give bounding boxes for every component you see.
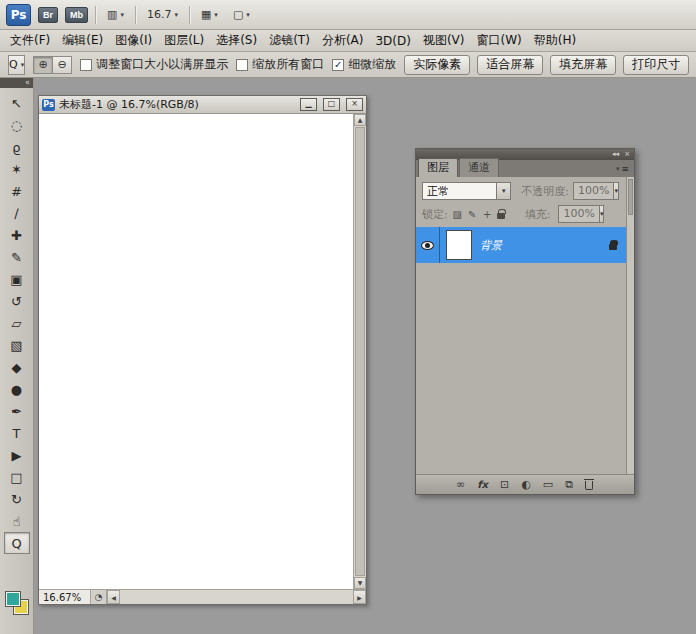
zoom-in-button[interactable]: ⊕: [33, 56, 53, 74]
tool-type[interactable]: T: [4, 422, 30, 444]
panel-scrollbar[interactable]: [626, 177, 634, 474]
tool-zoom[interactable]: Q: [4, 532, 30, 554]
screen-mode-dropdown[interactable]: ▢ ▾: [229, 6, 254, 23]
opacity-dropdown[interactable]: 100% ▾: [573, 182, 619, 200]
tool-clone-stamp[interactable]: ▣: [4, 268, 30, 290]
document-icon: Ps: [42, 99, 55, 111]
tool-gradient[interactable]: ▧: [4, 334, 30, 356]
layer-mask-icon[interactable]: ⊡: [500, 475, 509, 495]
fit-screen-button[interactable]: 适合屏幕: [477, 55, 543, 75]
application-bar: Ps Br Mb ▥ ▾ 16.7 ▾ ▦ ▾ ▢ ▾: [0, 0, 696, 30]
menu-3d[interactable]: 3D(D): [369, 31, 416, 51]
lock-transparency-icon[interactable]: ▨: [452, 209, 463, 220]
vertical-scrollbar[interactable]: ▲ ▼: [353, 114, 366, 589]
scroll-up-icon[interactable]: ▲: [354, 114, 366, 126]
menu-help[interactable]: 帮助(H): [528, 29, 582, 52]
zoom-level-dropdown[interactable]: 16.7 ▾: [143, 6, 182, 23]
tool-preset-picker[interactable]: Q ▾: [8, 55, 25, 75]
arrange-documents-dropdown[interactable]: ▦ ▾: [197, 6, 222, 23]
zoom-percentage-field[interactable]: 16.67%: [39, 590, 91, 604]
layer-visibility-toggle[interactable]: [416, 227, 440, 263]
fill-label: 填充:: [525, 207, 551, 222]
eye-icon: [421, 241, 434, 250]
tool-eraser[interactable]: ▱: [4, 312, 30, 334]
tab-channels[interactable]: 通道: [459, 158, 499, 177]
tool-pen[interactable]: ✒: [4, 400, 30, 422]
menu-layer[interactable]: 图层(L): [158, 29, 210, 52]
blend-opacity-row: 正常 ▾ 不透明度: 100% ▾: [422, 182, 619, 200]
tool-brush[interactable]: ✎: [4, 246, 30, 268]
layer-row-background[interactable]: 背景: [416, 227, 626, 263]
launch-bridge-button[interactable]: Br: [38, 7, 58, 23]
tool-healing-brush[interactable]: ✚: [4, 224, 30, 246]
horizontal-scrollbar[interactable]: ◀ ▶: [107, 590, 366, 604]
actual-pixels-button[interactable]: 实际像素: [404, 55, 470, 75]
new-layer-icon[interactable]: ⧉: [565, 475, 573, 495]
chevron-down-icon: ▾: [120, 11, 124, 19]
link-layers-icon[interactable]: ∞: [456, 475, 465, 495]
fill-dropdown[interactable]: 100% ▾: [558, 205, 604, 223]
print-size-button[interactable]: 打印尺寸: [623, 55, 689, 75]
tool-move[interactable]: ↖: [4, 92, 30, 114]
close-button[interactable]: ×: [346, 98, 363, 111]
new-group-icon[interactable]: ▭: [543, 475, 553, 495]
maximize-button[interactable]: □: [323, 98, 340, 111]
checkbox-label: 细微缩放: [348, 56, 396, 73]
menu-view[interactable]: 视图(V): [417, 29, 471, 52]
scroll-right-icon[interactable]: ▶: [353, 590, 366, 604]
canvas[interactable]: [39, 114, 353, 589]
layer-name[interactable]: 背景: [480, 238, 609, 253]
vertical-scroll-thumb[interactable]: [355, 127, 365, 576]
launch-minibridge-button[interactable]: Mb: [65, 7, 88, 23]
panel-close-icon[interactable]: ×: [624, 149, 630, 160]
menu-image[interactable]: 图像(I): [109, 29, 158, 52]
tool-lasso[interactable]: ϱ: [4, 136, 30, 158]
scroll-down-icon[interactable]: ▼: [354, 577, 366, 589]
menu-window[interactable]: 窗口(W): [471, 29, 528, 52]
status-info-button[interactable]: ◔: [91, 590, 107, 604]
menu-filter[interactable]: 滤镜(T): [263, 29, 316, 52]
layer-thumbnail[interactable]: [446, 230, 472, 260]
menu-analysis[interactable]: 分析(A): [316, 29, 370, 52]
scroll-left-icon[interactable]: ◀: [107, 590, 120, 604]
delete-layer-icon[interactable]: [585, 481, 593, 490]
tool-quick-select[interactable]: ✶: [4, 158, 30, 180]
view-extras-icon: ▥: [107, 8, 117, 21]
chevron-down-icon: ▾: [21, 61, 25, 69]
panel-collapse-icon[interactable]: ◂◂: [612, 149, 619, 160]
adjustment-layer-icon[interactable]: ◐: [521, 475, 531, 495]
toolbar-collapse-handle[interactable]: «: [0, 78, 33, 88]
foreground-color-swatch[interactable]: [6, 592, 20, 606]
tool-eyedropper[interactable]: ∕: [4, 202, 30, 224]
tab-layers[interactable]: 图层: [418, 158, 458, 177]
tool-shape[interactable]: □: [4, 466, 30, 488]
tool-dodge[interactable]: ●: [4, 378, 30, 400]
lock-all-icon[interactable]: [497, 213, 505, 219]
tool-blur[interactable]: ◆: [4, 356, 30, 378]
resize-windows-checkbox[interactable]: 调整窗口大小以满屏显示: [80, 56, 228, 73]
zoom-all-windows-checkbox[interactable]: 缩放所有窗口: [236, 56, 324, 73]
menu-edit[interactable]: 编辑(E): [56, 29, 109, 52]
tool-path-select[interactable]: ▶: [4, 444, 30, 466]
fill-screen-button[interactable]: 填充屏幕: [550, 55, 616, 75]
panel-menu-button[interactable]: ▾ ≡: [616, 164, 629, 174]
tool-3d-rotate[interactable]: ↻: [4, 488, 30, 510]
menu-file[interactable]: 文件(F): [4, 29, 56, 52]
lock-position-icon[interactable]: +: [482, 209, 493, 220]
blend-mode-dropdown[interactable]: 正常 ▾: [422, 182, 511, 200]
zoom-out-button[interactable]: ⊖: [52, 56, 72, 74]
layer-style-icon[interactable]: fx: [477, 475, 488, 495]
photoshop-logo[interactable]: Ps: [6, 4, 31, 26]
minimize-button[interactable]: ▁: [300, 98, 317, 111]
tool-crop[interactable]: #: [4, 180, 30, 202]
tool-history-brush[interactable]: ↺: [4, 290, 30, 312]
view-extras-dropdown[interactable]: ▥ ▾: [103, 6, 128, 23]
document-titlebar[interactable]: Ps 未标题-1 @ 16.7%(RGB/8) ▁ □ ×: [39, 96, 366, 114]
scrubby-zoom-checkbox[interactable]: ✓ 细微缩放: [332, 56, 396, 73]
lock-pixels-icon[interactable]: ✎: [467, 209, 478, 220]
menu-select[interactable]: 选择(S): [210, 29, 263, 52]
tool-marquee[interactable]: ◌: [4, 114, 30, 136]
panel-tab-bar: 图层 通道 ▾ ≡: [416, 160, 634, 177]
tool-hand[interactable]: ☝: [4, 510, 30, 532]
zoom-action-buttons: 实际像素 适合屏幕 填充屏幕 打印尺寸: [404, 55, 689, 75]
